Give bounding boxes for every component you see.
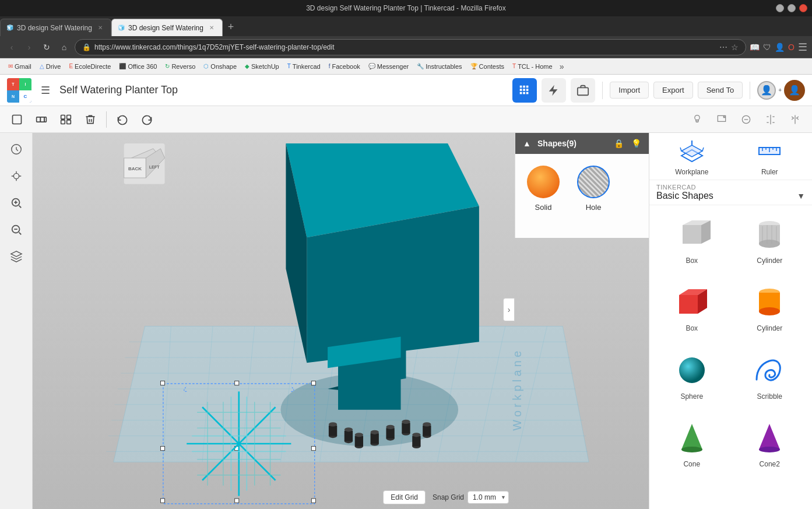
bookmarks-more-button[interactable]: » [557, 62, 567, 71]
select-button[interactable] [6, 108, 28, 131]
shape-tile-cone-purple[interactable]: Cone2 [732, 413, 808, 479]
tab-2[interactable]: 🧊 3D design Self Watering ✕ [111, 19, 223, 36]
bookmark-instructables[interactable]: 🔧 Instructables [413, 62, 465, 71]
import-button[interactable]: Import [610, 82, 649, 99]
home-icon [10, 143, 23, 156]
menu-icon[interactable]: ☰ [798, 41, 807, 54]
svg-rect-7 [523, 92, 526, 94]
bookmark-drive[interactable]: △ Drive [36, 62, 65, 71]
reading-mode-icon[interactable]: 📖 [750, 43, 760, 52]
minimize-button[interactable] [776, 4, 784, 12]
light-bulb-button[interactable] [686, 108, 708, 131]
align-icon [765, 114, 776, 125]
close-button[interactable] [799, 4, 807, 12]
tab-bar: 🧊 3D design Self Watering ✕ 🧊 3D design … [0, 16, 812, 36]
snap-dropdown[interactable]: 1.0 mm 0.5 mm 2.0 mm [467, 491, 509, 504]
send-to-button[interactable]: Send To [698, 82, 743, 99]
bookmark-tinkercad[interactable]: T Tinkercad [284, 62, 324, 71]
bookmark-gmail-label: Gmail [15, 63, 31, 70]
solid-circle [527, 166, 560, 198]
bookmark-messenger[interactable]: 💬 Messenger [365, 62, 412, 71]
opera-icon[interactable]: O [788, 43, 795, 52]
shapes-content: Solid Hole [515, 154, 649, 223]
viewport[interactable]: Workplane [33, 133, 649, 509]
fit-view-button[interactable] [5, 164, 28, 188]
url-bar[interactable]: 🔒 https://www.tinkercad.com/things/1q7D5… [75, 39, 746, 55]
panel-collapse-handle[interactable]: › [503, 298, 515, 321]
ruler-tool[interactable]: Ruler [734, 136, 806, 176]
home-button[interactable]: ⌂ [57, 40, 71, 54]
export-button[interactable]: Export [653, 82, 693, 99]
zoom-out-button[interactable] [5, 218, 28, 241]
bookmark-facebook[interactable]: f Facebook [325, 62, 364, 71]
svg-point-18 [695, 115, 699, 120]
svg-rect-79 [311, 381, 315, 385]
redo-button[interactable] [136, 108, 158, 131]
bookmark-ecoledirecte[interactable]: E EcoleDirecte [65, 62, 114, 71]
svg-text:BACK: BACK [128, 167, 142, 172]
new-tab-button[interactable]: + [223, 19, 239, 35]
shape-tile-box-gray[interactable]: Box [654, 210, 730, 275]
tab-2-close[interactable]: ✕ [207, 23, 216, 33]
workplane-tool[interactable]: Workplane [656, 136, 727, 176]
reload-button[interactable]: ↻ [40, 40, 54, 54]
shape-tile-cylinder-gray[interactable]: Cylinder [732, 210, 808, 275]
hamburger-button[interactable]: ☰ [36, 81, 55, 100]
svg-marker-109 [681, 145, 702, 157]
undo-button[interactable] [111, 108, 133, 131]
tab-1[interactable]: 🧊 3D design Self Watering ✕ [0, 19, 111, 36]
maximize-button[interactable] [788, 4, 796, 12]
svg-rect-85 [311, 499, 315, 503]
bookmark-office360[interactable]: ⬛ Office 360 [115, 62, 160, 71]
office360-favicon: ⬛ [119, 63, 126, 69]
briefcase-button[interactable] [571, 78, 595, 103]
snap-grid-label: Snap Grid [433, 493, 464, 501]
group-button[interactable] [30, 108, 52, 131]
ruler-label: Ruler [761, 168, 778, 176]
grid-view-button[interactable] [512, 78, 537, 103]
shapes-lock-button[interactable]: 🔒 [611, 136, 625, 150]
ungroup-button[interactable] [55, 108, 77, 131]
sketchup-favicon: ◆ [245, 63, 249, 69]
notes-button[interactable] [711, 108, 733, 131]
bookmark-contests[interactable]: 🏆 Contests [467, 62, 508, 71]
logo-b: N [7, 90, 19, 103]
back-button[interactable]: ‹ [5, 40, 19, 54]
bookmark-tcl[interactable]: T TCL - Home [509, 62, 556, 71]
url-options-icon[interactable]: ⋯ [719, 43, 727, 52]
shapes-collapse-button[interactable]: ▲ [521, 138, 533, 149]
bookmark-reverso[interactable]: ↻ Reverso [161, 62, 199, 71]
home-view-button[interactable] [5, 138, 28, 161]
facebook-favicon: f [329, 63, 331, 69]
user-area[interactable]: 👤 + 👤 [757, 80, 805, 101]
bookmark-sketchup[interactable]: ◆ SketchUp [241, 62, 283, 71]
circle-button[interactable] [735, 108, 757, 131]
bookmark-gmail[interactable]: ✉ Gmail [5, 62, 35, 71]
svg-rect-10 [13, 115, 22, 124]
circle-icon [740, 114, 752, 125]
shape-tile-cone-green[interactable]: Cone [654, 413, 730, 479]
layers-button[interactable] [5, 245, 28, 268]
forward-button[interactable]: › [22, 40, 36, 54]
bookmark-onshape[interactable]: ⬡ Onshape [200, 62, 240, 71]
bookmark-star-icon[interactable]: ☆ [731, 43, 739, 52]
edit-grid-button[interactable]: Edit Grid [383, 490, 426, 504]
zoom-in-button[interactable] [5, 191, 28, 215]
tab-1-close[interactable]: ✕ [96, 23, 105, 33]
align-button[interactable] [760, 108, 782, 131]
sync-icon[interactable]: 👤 [775, 43, 785, 52]
shape-tile-cylinder-orange[interactable]: Cylinder [732, 278, 808, 343]
browser-titlebar: 3D design Self Watering Planter Top | Ti… [0, 0, 812, 16]
delete-button[interactable] [79, 108, 101, 131]
toolbar-sep-1 [106, 111, 107, 128]
shapes-light-button[interactable]: 💡 [629, 136, 643, 150]
shape-tile-sphere-teal[interactable]: Sphere [654, 346, 730, 411]
build-view-button[interactable] [542, 78, 566, 103]
shape-tile-box-red[interactable]: Box [654, 278, 730, 343]
mirror-button[interactable] [784, 108, 806, 131]
category-selector[interactable]: Basic Shapes ▼ [656, 191, 805, 201]
container-icon[interactable]: 🛡 [763, 43, 771, 52]
solid-shape-item[interactable]: Solid [527, 166, 560, 212]
shape-tile-scribble[interactable]: Scribble [732, 346, 808, 411]
hole-shape-item[interactable]: Hole [577, 166, 610, 212]
